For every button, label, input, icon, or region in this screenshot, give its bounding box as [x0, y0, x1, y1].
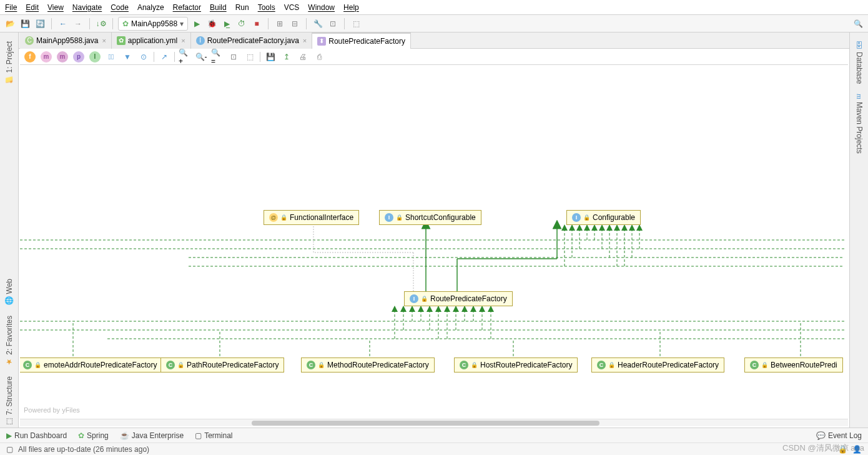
lock-icon: 🔒 [761, 362, 768, 368]
sidebar-maven[interactable]: mMaven Projects [854, 94, 864, 153]
menu-build[interactable]: Build [210, 3, 227, 12]
filter-icon[interactable]: ▼ [121, 51, 134, 63]
tab-rpf-java[interactable]: I RoutePredicateFactory.java × [191, 32, 313, 49]
node-route-predicate-factory[interactable]: I 🔒 RoutePredicateFactory [404, 291, 513, 306]
status-man-icon[interactable]: 👤 [852, 445, 862, 454]
tab-rpf-diagram[interactable]: ⬍ RoutePredicateFactory [312, 32, 411, 49]
sidebar-web[interactable]: 🌐Web [5, 279, 14, 306]
bottom-spring[interactable]: ✿Spring [78, 431, 109, 440]
diagram-canvas[interactable]: @ 🔒 FunctionalInterface I 🔒 ShortcutConf… [20, 65, 848, 418]
bottom-toolbar: ▶Run Dashboard ✿Spring ☕Java Enterprise … [0, 428, 868, 442]
node-shortcut-configurable[interactable]: I 🔒 ShortcutConfigurable [379, 210, 481, 225]
menu-code[interactable]: Code [111, 3, 129, 12]
menu-analyze[interactable]: Analyze [137, 3, 164, 12]
scope-icon[interactable]: ⊙ [137, 51, 150, 63]
interface-icon: I [410, 294, 418, 303]
save-diagram-icon[interactable]: 💾 [264, 51, 277, 63]
zoom-in-icon[interactable]: 🔍+ [179, 51, 191, 63]
horizontal-scrollbar[interactable] [20, 419, 848, 426]
profile-icon[interactable]: ⏱ [235, 18, 248, 30]
show-deps-icon[interactable]: ⬚͙ [105, 51, 117, 63]
sidebar-project[interactable]: 📁1: Project [5, 41, 14, 85]
svg-marker-56 [621, 224, 628, 231]
build-icon[interactable]: ↓⚙ [95, 18, 107, 30]
menu-edit[interactable]: Edit [26, 3, 39, 12]
node-remoteaddr[interactable]: C 🔒 emoteAddrRoutePredicateFactory [20, 358, 162, 372]
menu-help[interactable]: Help [343, 3, 359, 12]
filter-m[interactable]: m [40, 51, 52, 63]
filter-i[interactable]: I [89, 51, 101, 63]
refresh-icon[interactable]: 🔄 [34, 18, 46, 30]
svg-marker-54 [606, 224, 613, 231]
svg-marker-33 [461, 306, 468, 312]
bottom-java-ee[interactable]: ☕Java Enterprise [120, 431, 184, 440]
zoom-actual-icon[interactable]: 🔍= [211, 51, 224, 63]
debug-icon[interactable]: 🐞 [205, 18, 218, 30]
layout-icon-2[interactable]: ⊟ [289, 18, 301, 30]
stop-icon[interactable]: ■ [250, 18, 263, 30]
class-icon: C [23, 361, 32, 369]
tab-applicationyml[interactable]: ✿ application.yml × [112, 32, 191, 49]
bottom-event-log[interactable]: 💬Event Log [816, 431, 862, 440]
sidebar-database[interactable]: 🗄Database [855, 41, 864, 84]
menu-view[interactable]: View [47, 3, 64, 12]
node-configurable[interactable]: I 🔒 Configurable [566, 210, 641, 225]
menu-refactor[interactable]: Refactor [173, 3, 201, 12]
bottom-terminal[interactable]: ▢Terminal [195, 431, 232, 440]
run-config-selector[interactable]: ✿ MainApp9588 ▾ [118, 17, 188, 31]
node-between[interactable]: C 🔒 BetweenRoutePredi [744, 358, 843, 372]
node-host[interactable]: C 🔒 HostRoutePredicateFactory [454, 358, 578, 372]
svg-marker-26 [400, 306, 407, 312]
sidebar-structure[interactable]: ⬚7: Structure [5, 376, 14, 426]
settings-icon[interactable]: 🔧 [312, 18, 324, 30]
zoom-out-icon[interactable]: 🔍- [195, 51, 207, 63]
preview-icon[interactable]: ⎙ [313, 51, 325, 63]
sdk-icon[interactable]: ⬚ [350, 18, 362, 30]
lock-icon: 🔒 [280, 214, 287, 221]
interface-icon: I [572, 213, 581, 222]
filter-p[interactable]: p [72, 51, 85, 63]
close-icon[interactable]: × [303, 37, 307, 44]
close-icon[interactable]: × [102, 37, 106, 44]
expand-icon[interactable]: ↗ [158, 51, 170, 63]
menu-navigate[interactable]: Navigate [72, 3, 102, 12]
bottom-run-dashboard[interactable]: ▶Run Dashboard [6, 431, 67, 440]
tab-mainapp[interactable]: C MainApp9588.java × [20, 32, 112, 49]
layout-icon[interactable]: ⬚ [244, 51, 256, 63]
menu-file[interactable]: File [5, 3, 17, 12]
layout-icon-1[interactable]: ⊞ [274, 18, 286, 30]
status-icon: ▢ [6, 445, 13, 454]
back-icon[interactable]: ← [57, 18, 69, 30]
structure-icon[interactable]: ⊡ [327, 18, 339, 30]
scrollbar-thumb[interactable] [252, 421, 599, 426]
lock-icon: 🔒 [608, 362, 615, 368]
class-icon: C [750, 361, 759, 369]
search-icon[interactable]: 🔍 [852, 18, 864, 30]
node-functional-interface[interactable]: @ 🔒 FunctionalInterface [264, 210, 359, 225]
node-path[interactable]: C 🔒 PathRoutePredicateFactory [160, 358, 284, 372]
filter-m2[interactable]: m [56, 51, 69, 63]
status-lock-icon[interactable]: 🔒 [838, 445, 847, 454]
menu-run[interactable]: Run [235, 3, 249, 12]
node-header[interactable]: C 🔒 HeaderRoutePredicateFactory [591, 358, 724, 372]
sidebar-favorites[interactable]: ★2: Favorites [5, 316, 14, 366]
svg-marker-52 [591, 224, 598, 231]
coverage-icon[interactable]: ▶̲ [220, 18, 233, 30]
svg-marker-29 [427, 306, 433, 312]
filter-f[interactable]: f [24, 51, 36, 63]
fit-icon[interactable]: ⊡ [227, 51, 240, 63]
java-interface-icon: I [196, 36, 205, 45]
run-icon[interactable]: ▶ [190, 18, 203, 30]
forward-icon[interactable]: → [72, 18, 84, 30]
print-icon[interactable]: 🖨 [297, 51, 309, 63]
class-icon: C [307, 361, 315, 369]
main-toolbar: 📂 💾 🔄 ← → ↓⚙ ✿ MainApp9588 ▾ ▶ 🐞 ▶̲ ⏱ ■ … [0, 15, 868, 32]
menu-vcs[interactable]: VCS [284, 3, 300, 12]
menu-window[interactable]: Window [308, 3, 335, 12]
menu-tools[interactable]: Tools [258, 3, 275, 12]
save-icon[interactable]: 💾 [19, 18, 31, 30]
open-icon[interactable]: 📂 [4, 18, 16, 30]
export-icon[interactable]: ↥ [280, 51, 293, 63]
close-icon[interactable]: × [181, 37, 185, 44]
node-method[interactable]: C 🔒 MethodRoutePredicateFactory [301, 358, 435, 372]
